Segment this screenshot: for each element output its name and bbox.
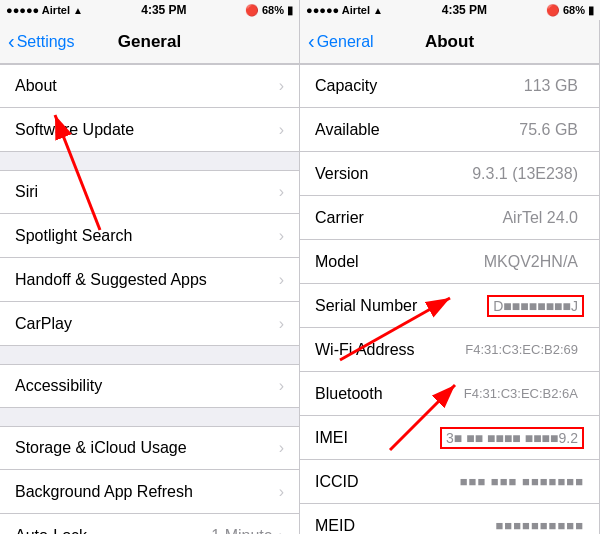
auto-lock-chevron-icon: › — [279, 527, 284, 535]
gap-2 — [0, 346, 299, 364]
carrier-label: Carrier — [315, 209, 502, 227]
siri-item[interactable]: Siri › — [0, 170, 299, 214]
spotlight-label: Spotlight Search — [15, 227, 279, 245]
panels-wrapper: ‹ Settings General About › Software Upda… — [0, 20, 600, 534]
software-update-chevron-icon: › — [279, 121, 284, 139]
wifi-icon-left: ▲ — [73, 5, 83, 16]
section-about: About › Software Update › — [0, 64, 299, 152]
about-section: Capacity 113 GB Available 75.6 GB Versio… — [300, 64, 599, 534]
section-siri: Siri › Spotlight Search › Handoff & Sugg… — [0, 170, 299, 346]
left-status-bar: ●●●●● Airtel ▲ 4:35 PM 🔴 68% ▮ — [0, 0, 300, 20]
iccid-label: ICCID — [315, 473, 460, 491]
time-left: 4:35 PM — [141, 3, 186, 17]
left-back-label: Settings — [17, 33, 75, 51]
section-storage: Storage & iCloud Usage › Background App … — [0, 426, 299, 534]
spotlight-search-item[interactable]: Spotlight Search › — [0, 214, 299, 258]
about-chevron-icon: › — [279, 77, 284, 95]
carrier-item: Carrier AirTel 24.0 — [300, 196, 599, 240]
right-nav-bar: ‹ General About — [300, 20, 599, 64]
section-accessibility: Accessibility › — [0, 364, 299, 408]
meid-label: MEID — [315, 517, 495, 535]
handoff-label: Handoff & Suggested Apps — [15, 271, 279, 289]
model-value: MKQV2HN/A — [484, 253, 578, 271]
accessibility-label: Accessibility — [15, 377, 279, 395]
auto-lock-label: Auto-Lock — [15, 527, 211, 535]
imei-value: 3■ ■■ ■■■■ ■■■■9.2 — [440, 427, 584, 449]
wifi-icon-right: ▲ — [373, 5, 383, 16]
right-settings-list[interactable]: Capacity 113 GB Available 75.6 GB Versio… — [300, 64, 599, 534]
serial-number-item: Serial Number D■■■■■■■■J — [300, 284, 599, 328]
imei-label: IMEI — [315, 429, 440, 447]
right-status-right: 🔴 68% ▮ — [546, 4, 594, 17]
carrier-right: ●●●●● Airtel — [306, 4, 370, 16]
auto-lock-item[interactable]: Auto-Lock 1 Minute › — [0, 514, 299, 534]
iccid-value: ■■■ ■■■ ■■■■■■■ — [460, 474, 584, 489]
meid-item: MEID ■■■■■■■■■■ — [300, 504, 599, 534]
available-value: 75.6 GB — [519, 121, 578, 139]
available-label: Available — [315, 121, 519, 139]
handoff-item[interactable]: Handoff & Suggested Apps › — [0, 258, 299, 302]
gap-1 — [0, 152, 299, 170]
version-label: Version — [315, 165, 472, 183]
left-panel: ‹ Settings General About › Software Upda… — [0, 20, 300, 534]
gap-3 — [0, 408, 299, 426]
carplay-chevron-icon: › — [279, 315, 284, 333]
battery-right: 68% ▮ — [563, 4, 594, 17]
left-nav-bar: ‹ Settings General — [0, 20, 299, 64]
background-app-item[interactable]: Background App Refresh › — [0, 470, 299, 514]
storage-chevron-icon: › — [279, 439, 284, 457]
bluetooth-label: Bluetooth — [315, 385, 464, 403]
siri-label: Siri — [15, 183, 279, 201]
right-status-left: ●●●●● Airtel ▲ — [306, 4, 383, 16]
accessibility-item[interactable]: Accessibility › — [0, 364, 299, 408]
right-back-label: General — [317, 33, 374, 51]
bluetooth-icon-right: 🔴 — [546, 4, 560, 17]
bluetooth-value: F4:31:C3:EC:B2:6A — [464, 386, 578, 401]
background-app-label: Background App Refresh — [15, 483, 279, 501]
model-label: Model — [315, 253, 484, 271]
siri-chevron-icon: › — [279, 183, 284, 201]
serial-number-value: D■■■■■■■■J — [487, 295, 584, 317]
version-item: Version 9.3.1 (13E238) — [300, 152, 599, 196]
left-back-chevron-icon: ‹ — [8, 31, 15, 51]
spotlight-chevron-icon: › — [279, 227, 284, 245]
storage-item[interactable]: Storage & iCloud Usage › — [0, 426, 299, 470]
right-nav-title: About — [425, 32, 474, 52]
bluetooth-item: Bluetooth F4:31:C3:EC:B2:6A — [300, 372, 599, 416]
auto-lock-value: 1 Minute — [211, 527, 272, 535]
carrier-left: ●●●●● Airtel — [6, 4, 70, 16]
wifi-address-label: Wi-Fi Address — [315, 341, 465, 359]
right-back-button[interactable]: ‹ General — [308, 32, 374, 51]
accessibility-chevron-icon: › — [279, 377, 284, 395]
time-right: 4:35 PM — [442, 3, 487, 17]
carrier-value: AirTel 24.0 — [502, 209, 578, 227]
available-item: Available 75.6 GB — [300, 108, 599, 152]
right-panel: ‹ General About Capacity 113 GB Availabl… — [300, 20, 600, 534]
iccid-item: ICCID ■■■ ■■■ ■■■■■■■ — [300, 460, 599, 504]
wifi-address-item: Wi-Fi Address F4:31:C3:EC:B2:69 — [300, 328, 599, 372]
left-back-button[interactable]: ‹ Settings — [8, 32, 74, 51]
model-item: Model MKQV2HN/A — [300, 240, 599, 284]
battery-left: 68% ▮ — [262, 4, 293, 17]
left-status-left: ●●●●● Airtel ▲ — [6, 4, 83, 16]
capacity-value: 113 GB — [524, 77, 578, 95]
bluetooth-icon-left: 🔴 — [245, 4, 259, 17]
capacity-item: Capacity 113 GB — [300, 64, 599, 108]
wifi-address-value: F4:31:C3:EC:B2:69 — [465, 342, 578, 357]
right-status-bar: ●●●●● Airtel ▲ 4:35 PM 🔴 68% ▮ — [300, 0, 600, 20]
left-status-right: 🔴 68% ▮ — [245, 4, 293, 17]
software-update-label: Software Update — [15, 121, 279, 139]
about-item[interactable]: About › — [0, 64, 299, 108]
meid-value: ■■■■■■■■■■ — [495, 518, 584, 533]
capacity-label: Capacity — [315, 77, 524, 95]
handoff-chevron-icon: › — [279, 271, 284, 289]
carplay-label: CarPlay — [15, 315, 279, 333]
storage-label: Storage & iCloud Usage — [15, 439, 279, 457]
left-settings-list[interactable]: About › Software Update › Siri › Spotlig… — [0, 64, 299, 534]
carplay-item[interactable]: CarPlay › — [0, 302, 299, 346]
status-bars: ●●●●● Airtel ▲ 4:35 PM 🔴 68% ▮ ●●●●● Air… — [0, 0, 600, 20]
right-back-chevron-icon: ‹ — [308, 31, 315, 51]
software-update-item[interactable]: Software Update › — [0, 108, 299, 152]
background-app-chevron-icon: › — [279, 483, 284, 501]
left-nav-title: General — [118, 32, 181, 52]
